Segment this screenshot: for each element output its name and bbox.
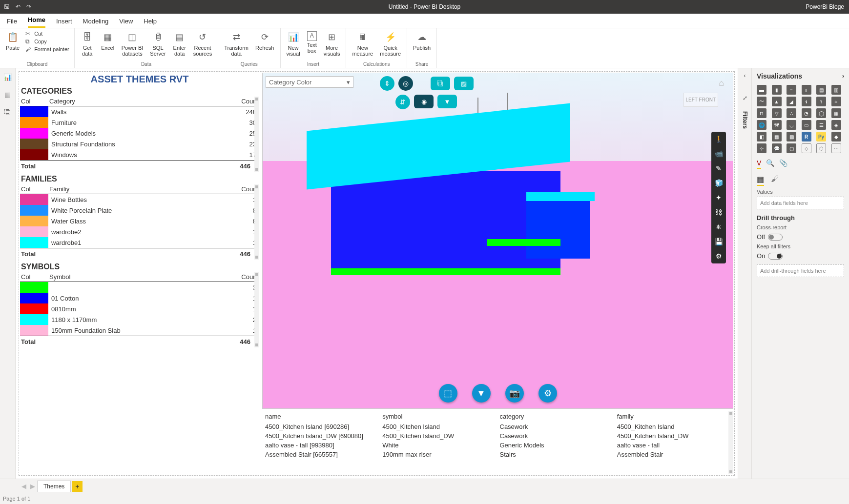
pbi-datasets-button[interactable]: ◫Power BI datasets [121, 30, 145, 58]
viz-filled-map[interactable]: 🗺 [772, 120, 782, 130]
viz-scatter[interactable]: ∴ [787, 108, 796, 118]
col-header[interactable]: Col [21, 98, 49, 105]
tab-modeling[interactable]: Modeling [83, 18, 109, 28]
table-row[interactable]: Structural Foundations23 [20, 139, 259, 149]
table-row[interactable]: 4500_Kitchen Island [690286]4500_Kitchen… [262, 422, 733, 431]
explode-icon[interactable]: ✦ [711, 190, 726, 205]
keep-filters-toggle[interactable] [768, 253, 783, 260]
custom-visual-icon[interactable]: V [757, 159, 761, 169]
viz-line[interactable]: 〜 [757, 97, 766, 106]
viz-area[interactable]: ▲ [772, 97, 782, 106]
viz-key-influencers[interactable]: ◆ [831, 132, 841, 141]
expand-pane-icon[interactable]: › [842, 73, 844, 80]
viz-map[interactable]: 🌐 [757, 120, 766, 130]
viz-100-bar[interactable]: ▤ [816, 85, 826, 95]
table-row[interactable]: 01 Cotton1 [20, 293, 259, 303]
tool-copy-icon[interactable]: ⿻ [431, 77, 450, 90]
enter-data-button[interactable]: ▤Enter data [172, 30, 187, 58]
viz-powerapps[interactable]: ⬡ [816, 143, 826, 153]
cross-report-toggle[interactable] [768, 234, 783, 241]
refresh-button[interactable]: ⟳Refresh [254, 30, 275, 52]
viz-card[interactable]: ▭ [802, 120, 811, 130]
viz-line-column[interactable]: ⫮ [802, 97, 811, 106]
format-mode-icon[interactable]: 🖌 [771, 175, 779, 186]
count-header[interactable]: Count [229, 98, 258, 105]
save-viewer-icon[interactable]: 💾 [711, 234, 726, 249]
tool-eye-icon[interactable]: ◉ [414, 95, 434, 108]
gear-icon[interactable]: ⚙ [538, 384, 557, 403]
table-row[interactable]: Water Glass8 [20, 216, 259, 226]
scrollbar[interactable] [254, 272, 259, 347]
tool-target-icon[interactable]: ◎ [398, 76, 413, 91]
viz-funnel[interactable]: ▽ [772, 108, 782, 118]
tool-sort-icon[interactable]: ⇵ [395, 95, 410, 109]
save-icon[interactable]: 🖫 [4, 3, 10, 10]
tab-help[interactable]: Help [144, 18, 157, 28]
transform-data-button[interactable]: ⇄Transform data [223, 30, 249, 58]
viz-clustered-column[interactable]: ⫿ [802, 85, 811, 95]
link-icon[interactable]: ⛓ [711, 205, 726, 220]
viz-gauge[interactable]: ◡ [787, 120, 796, 130]
filter-clear-icon[interactable]: ▼ [472, 384, 491, 403]
detail-table[interactable]: name symbol category family 4500_Kitchen… [262, 411, 733, 474]
viz-stacked-area[interactable]: ◢ [787, 97, 796, 106]
scrollbar[interactable] [254, 97, 259, 172]
table-row[interactable]: 1180 x 1170mm2 [20, 314, 259, 325]
scrollbar[interactable] [254, 184, 259, 260]
table-row[interactable]: Walls248 [20, 106, 259, 117]
viz-multi-card[interactable]: ☰ [816, 120, 826, 130]
select-box-icon[interactable]: ⬚ [439, 384, 457, 403]
get-data-button[interactable]: 🗄Get data [80, 30, 95, 58]
dt-family-header[interactable]: family [615, 413, 732, 420]
table-row[interactable]: 0810mm1 [20, 303, 259, 314]
filters-label[interactable]: Filters [742, 111, 748, 129]
model-view-icon[interactable]: ⿻ [3, 107, 13, 117]
viz-stacked-bar[interactable]: ▬ [757, 85, 766, 95]
sql-button[interactable]: 🛢SQL Server [149, 30, 166, 58]
table-row[interactable]: wardrobe21 [20, 226, 259, 237]
cube-icon[interactable]: 🧊 [711, 176, 726, 190]
pencil-icon[interactable]: ✎ [711, 161, 726, 176]
count-header[interactable]: Count [229, 185, 258, 193]
table-row[interactable]: Assembled Stair [665557]190mm max riserS… [262, 450, 733, 459]
viz-pie[interactable]: ◔ [802, 108, 811, 118]
tool-hatch-icon[interactable]: ▨ [454, 77, 474, 90]
tool-expand-icon[interactable]: ⇕ [380, 76, 394, 91]
new-measure-button[interactable]: 🖩New measure [351, 30, 374, 58]
values-dropzone[interactable]: Add data fields here [757, 197, 844, 209]
tree-icon[interactable]: ⛯ [711, 220, 726, 234]
families-panel[interactable]: FAMILIES Col Familiy Count Wine Bottles1… [20, 175, 259, 260]
viz-table[interactable]: ▦ [772, 132, 782, 141]
expand-filters-icon[interactable]: ⤢ [743, 95, 747, 101]
table-row[interactable]: wardrobe11 [20, 237, 259, 248]
viz-arcgis[interactable]: ◇ [802, 143, 811, 153]
table-row[interactable]: Wine Bottles1 [20, 194, 259, 205]
viz-ribbon[interactable]: ≈ [831, 97, 841, 106]
viz-python[interactable]: Py [816, 132, 826, 141]
viz-decomp[interactable]: ⊹ [757, 143, 766, 153]
undo-icon[interactable]: ↶ [16, 3, 21, 10]
redo-icon[interactable]: ↷ [26, 3, 31, 10]
search-icon[interactable]: 🔍 [766, 159, 774, 169]
text-box-button[interactable]: AText box [306, 30, 318, 55]
scrollbar[interactable] [728, 411, 733, 474]
viz-donut[interactable]: ◯ [816, 108, 826, 118]
publish-button[interactable]: ☁Publish [412, 30, 432, 52]
drillthrough-dropzone[interactable]: Add drill-through fields here [757, 264, 844, 277]
count-header[interactable]: Count [229, 273, 258, 281]
table-row[interactable]: Windows17 [20, 149, 259, 160]
prev-page-icon[interactable]: ◀ [20, 483, 28, 490]
viz-more[interactable]: ⋯ [831, 143, 841, 153]
dt-name-header[interactable]: name [263, 413, 380, 420]
table-row[interactable]: Generic Models25 [20, 128, 259, 139]
col-header[interactable]: Col [21, 185, 49, 193]
report-canvas[interactable]: ASSET THEMES RVT CATEGORIES Col Category… [16, 68, 738, 479]
viz-stacked-column[interactable]: ▮ [772, 85, 782, 95]
table-row[interactable]: 4500_Kitchen Island_DW [690080]4500_Kitc… [262, 431, 733, 441]
family-header[interactable]: Familiy [49, 185, 229, 193]
quick-measure-button[interactable]: ⚡Quick measure [379, 30, 402, 58]
new-visual-button[interactable]: 📊New visual [286, 30, 301, 58]
viz-matrix[interactable]: ▩ [787, 132, 796, 141]
more-visuals-button[interactable]: ⊞More visuals [323, 30, 341, 58]
collapse-filters-icon[interactable]: ‹ [744, 72, 746, 79]
